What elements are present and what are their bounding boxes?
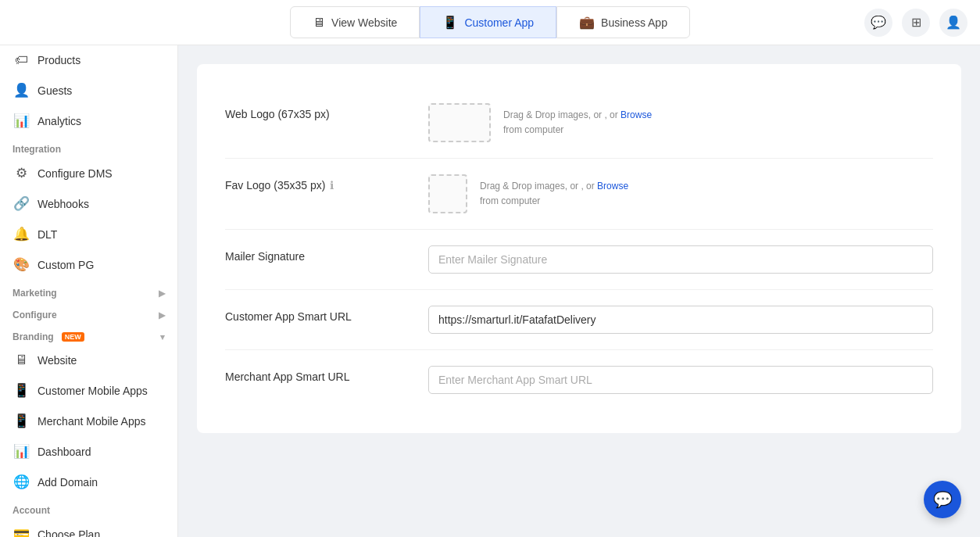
fav-logo-label: Fav Logo (35x35 px) ℹ	[225, 174, 413, 192]
fav-logo-browse-link[interactable]: Browse	[597, 181, 628, 192]
section-account: Account	[0, 497, 177, 519]
analytics-icon: 📊	[13, 113, 30, 129]
top-nav-tabs: 🖥 View Website 📱 Customer App 💼 Business…	[290, 6, 690, 38]
branding-new-badge: NEW	[62, 332, 84, 342]
mailer-signature-label: Mailer Signature	[225, 245, 413, 263]
sidebar-item-custom-pg[interactable]: 🎨 Custom PG	[0, 249, 177, 280]
sidebar-item-guests[interactable]: 👤 Guests	[0, 75, 177, 106]
products-icon: 🏷	[13, 52, 30, 68]
website-icon: 🖥	[313, 16, 325, 30]
section-integration: Integration	[0, 136, 177, 158]
website-branding-icon: 🖥	[13, 353, 30, 368]
sidebar-item-add-domain[interactable]: 🌐 Add Domain	[0, 467, 177, 497]
merchant-app-url-input[interactable]	[428, 366, 933, 394]
merchant-mobile-icon: 📱	[13, 413, 30, 429]
configure-dms-icon: ⚙	[13, 165, 30, 181]
user-button[interactable]: 👤	[939, 9, 967, 37]
customer-mobile-icon: 📱	[13, 382, 30, 399]
fav-logo-upload-row: Drag & Drop images, or , or Browse from …	[428, 174, 628, 213]
customer-app-url-input[interactable]	[428, 306, 933, 334]
tab-customer-app[interactable]: 📱 Customer App	[420, 6, 556, 38]
sidebar-label-analytics: Analytics	[38, 115, 81, 127]
tab-view-website-label: View Website	[331, 16, 397, 29]
account-label: Account	[13, 505, 50, 516]
section-branding: Branding NEW ▾	[0, 324, 177, 345]
web-logo-browse-link[interactable]: Browse	[621, 109, 652, 120]
customer-app-icon: 📱	[442, 15, 458, 30]
sidebar-label-choose-plan: Choose Plan	[38, 528, 100, 538]
web-logo-control: Drag & Drop images, or , or Browse from …	[428, 103, 933, 142]
branding-arrow-icon: ▾	[160, 332, 165, 342]
tab-business-app[interactable]: 💼 Business App	[556, 6, 690, 38]
tab-customer-app-label: Customer App	[464, 16, 534, 29]
marketing-label: Marketing	[13, 288, 57, 299]
customer-app-url-control	[428, 306, 933, 334]
sidebar-item-analytics[interactable]: 📊 Analytics	[0, 106, 177, 136]
mailer-signature-input[interactable]	[428, 245, 933, 274]
sidebar-label-custom-pg: Custom PG	[38, 259, 94, 271]
section-marketing: Marketing ▶	[0, 280, 177, 302]
sidebar-item-website[interactable]: 🖥 Website	[0, 345, 177, 375]
integration-label: Integration	[13, 144, 61, 155]
branding-section-label: Branding NEW	[13, 331, 84, 342]
fav-logo-info-icon[interactable]: ℹ	[330, 179, 334, 192]
top-navigation: 🖥 View Website 📱 Customer App 💼 Business…	[0, 0, 980, 45]
dashboard-icon: 📊	[13, 443, 30, 460]
settings-card: Web Logo (67x35 px) Drag & Drop images, …	[197, 64, 961, 433]
dlt-icon: 🔔	[13, 226, 30, 242]
mailer-signature-control	[428, 245, 933, 274]
business-app-icon: 💼	[579, 15, 595, 30]
chat-icon: 💬	[933, 490, 953, 509]
chat-bubble[interactable]: 💬	[924, 481, 961, 518]
custom-pg-icon: 🎨	[13, 256, 30, 273]
sidebar-label-products: Products	[38, 54, 80, 66]
main-layout: 🏷 Products 👤 Guests 📊 Analytics Integrat…	[0, 45, 980, 537]
web-logo-upload-box[interactable]	[428, 103, 491, 142]
web-logo-label: Web Logo (67x35 px)	[225, 103, 413, 120]
merchant-app-url-control	[428, 366, 933, 394]
configure-label: Configure	[13, 310, 57, 320]
sidebar-item-configure-dms[interactable]: ⚙ Configure DMS	[0, 158, 177, 188]
sidebar-item-webhooks[interactable]: 🔗 Webhooks	[0, 188, 177, 219]
sidebar-label-website: Website	[38, 354, 77, 367]
marketing-arrow-icon: ▶	[159, 288, 165, 299]
form-row-web-logo: Web Logo (67x35 px) Drag & Drop images, …	[225, 88, 933, 159]
sidebar-item-choose-plan[interactable]: 💳 Choose Plan	[0, 519, 177, 537]
sidebar-label-merchant-mobile-apps: Merchant Mobile Apps	[38, 415, 146, 428]
webhooks-icon: 🔗	[13, 195, 30, 212]
merchant-app-url-label: Merchant App Smart URL	[225, 366, 413, 383]
sidebar: 🏷 Products 👤 Guests 📊 Analytics Integrat…	[0, 45, 178, 537]
sidebar-item-dashboard[interactable]: 📊 Dashboard	[0, 436, 177, 467]
content-area: Web Logo (67x35 px) Drag & Drop images, …	[178, 45, 980, 537]
guests-icon: 👤	[13, 82, 30, 98]
sidebar-label-dlt: DLT	[38, 228, 57, 241]
form-row-merchant-app-url: Merchant App Smart URL	[225, 350, 933, 410]
form-row-fav-logo: Fav Logo (35x35 px) ℹ Drag & Drop images…	[225, 159, 933, 230]
configure-arrow-icon: ▶	[159, 310, 165, 320]
choose-plan-icon: 💳	[13, 526, 30, 537]
sidebar-label-dashboard: Dashboard	[38, 446, 91, 458]
sidebar-item-merchant-mobile-apps[interactable]: 📱 Merchant Mobile Apps	[0, 406, 177, 436]
tab-business-app-label: Business App	[601, 16, 667, 29]
fav-logo-upload-text: Drag & Drop images, or , or Browse from …	[480, 179, 628, 209]
tab-view-website[interactable]: 🖥 View Website	[290, 6, 420, 38]
customer-app-url-label: Customer App Smart URL	[225, 306, 413, 323]
form-row-mailer-signature: Mailer Signature	[225, 230, 933, 290]
sidebar-item-customer-mobile-apps[interactable]: 📱 Customer Mobile Apps	[0, 375, 177, 406]
fav-logo-upload-box[interactable]	[428, 174, 467, 213]
web-logo-upload-row: Drag & Drop images, or , or Browse from …	[428, 103, 652, 142]
sidebar-item-dlt[interactable]: 🔔 DLT	[0, 219, 177, 249]
sidebar-label-webhooks: Webhooks	[38, 198, 89, 210]
top-nav-right: 💬 ⊞ 👤	[864, 9, 967, 37]
form-row-customer-app-url: Customer App Smart URL	[225, 290, 933, 350]
fav-logo-control: Drag & Drop images, or , or Browse from …	[428, 174, 933, 213]
notifications-button[interactable]: 💬	[864, 9, 892, 37]
section-configure: Configure ▶	[0, 302, 177, 324]
sidebar-label-guests: Guests	[38, 84, 72, 97]
grid-button[interactable]: ⊞	[902, 9, 930, 37]
add-domain-icon: 🌐	[13, 474, 30, 490]
sidebar-item-products[interactable]: 🏷 Products	[0, 45, 177, 75]
sidebar-label-customer-mobile-apps: Customer Mobile Apps	[38, 385, 148, 397]
sidebar-label-add-domain: Add Domain	[38, 476, 98, 489]
sidebar-label-configure-dms: Configure DMS	[38, 167, 113, 180]
